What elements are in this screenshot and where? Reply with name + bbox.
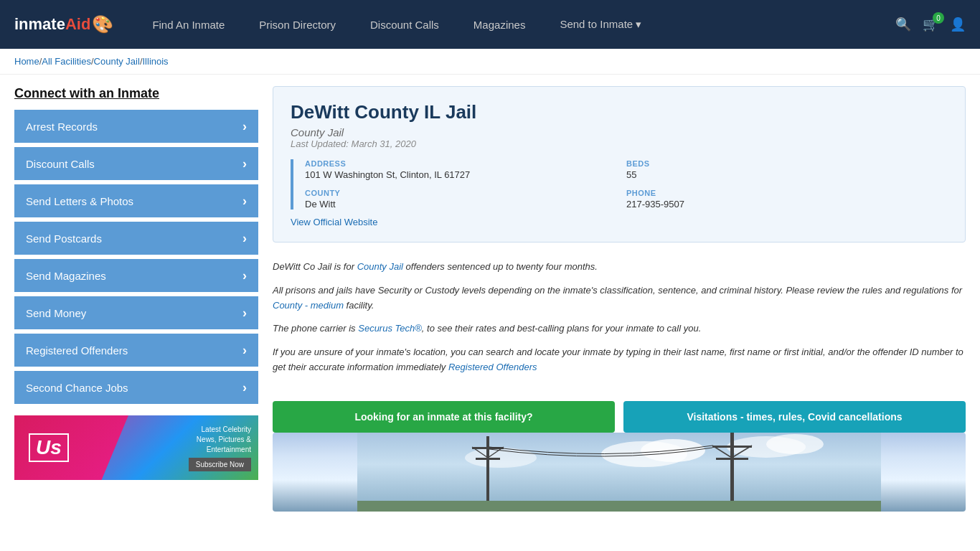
looking-for-inmate-button[interactable]: Looking for an inmate at this facility?: [273, 401, 615, 433]
county-medium-link[interactable]: County - medium: [273, 300, 344, 311]
svg-rect-16: [357, 501, 881, 512]
logo-icon: 🎨: [92, 14, 113, 34]
address-label: ADDRESS: [305, 159, 626, 168]
logo-aid: Aid: [65, 15, 90, 34]
ad-banner[interactable]: Us Latest CelebrityNews, Pictures &Enter…: [14, 415, 258, 480]
svg-rect-11: [730, 433, 734, 512]
facility-image: [273, 433, 966, 512]
sidebar-second-chance-jobs[interactable]: Second Chance Jobs ›: [14, 371, 258, 404]
header: inmate Aid 🎨 Find An Inmate Prison Direc…: [0, 0, 980, 49]
breadcrumb-county-jail[interactable]: County Jail: [94, 56, 140, 67]
sidebar-arrow-3: ›: [242, 231, 247, 246]
visitations-button[interactable]: Visitations - times, rules, Covid cancel…: [623, 401, 966, 433]
description-p4: If you are unsure of your inmate's locat…: [273, 345, 966, 375]
sidebar-send-letters[interactable]: Send Letters & Photos ›: [14, 184, 258, 217]
us-logo: Us: [29, 433, 69, 462]
sidebar-send-money-label: Send Money: [26, 307, 86, 319]
sidebar-send-postcards[interactable]: Send Postcards ›: [14, 222, 258, 255]
sidebar-second-chance-jobs-label: Second Chance Jobs: [26, 382, 128, 394]
svg-point-4: [766, 434, 824, 454]
nav-prison-directory[interactable]: Prison Directory: [242, 0, 353, 49]
phone-group: PHONE 217-935-9507: [626, 189, 948, 209]
main-nav: Find An Inmate Prison Directory Discount…: [135, 0, 895, 49]
main-container: Connect with an Inmate Arrest Records › …: [0, 75, 980, 523]
sidebar-arrest-records-label: Arrest Records: [26, 121, 98, 133]
sidebar-arrow-2: ›: [242, 194, 247, 209]
description-p3: The phone carrier is Securus Tech®, to s…: [273, 321, 966, 336]
facility-description: DeWitt Co Jail is for County Jail offend…: [273, 254, 966, 390]
breadcrumb-bar: Home / All Facilities / County Jail / Il…: [0, 49, 980, 75]
nav-find-an-inmate[interactable]: Find An Inmate: [135, 0, 242, 49]
sidebar-title: Connect with an Inmate: [14, 86, 258, 101]
svg-rect-6: [486, 436, 489, 501]
sidebar-arrow-0: ›: [242, 119, 247, 134]
county-jail-link[interactable]: County Jail: [357, 261, 403, 272]
sidebar-arrow-1: ›: [242, 156, 247, 171]
user-icon[interactable]: 👤: [950, 17, 966, 32]
sidebar-send-letters-label: Send Letters & Photos: [26, 195, 133, 207]
sidebar-arrow-6: ›: [242, 343, 247, 358]
beds-group: BEDS 55: [626, 159, 948, 180]
nav-magazines[interactable]: Magazines: [456, 0, 543, 49]
breadcrumb: Home / All Facilities / County Jail / Il…: [14, 56, 966, 67]
sidebar-arrow-4: ›: [242, 268, 247, 283]
address-value: 101 W Washington St, Clinton, IL 61727: [305, 169, 626, 180]
beds-value: 55: [626, 169, 948, 180]
sidebar-arrest-records[interactable]: Arrest Records ›: [14, 110, 258, 143]
action-buttons: Looking for an inmate at this facility? …: [273, 401, 966, 433]
sidebar: Connect with an Inmate Arrest Records › …: [14, 86, 258, 512]
county-group: COUNTY De Witt: [305, 189, 626, 209]
cart-icon[interactable]: 🛒 0: [923, 17, 938, 32]
ad-text: Latest CelebrityNews, Pictures &Entertai…: [189, 425, 251, 471]
facility-type: County Jail: [291, 126, 948, 138]
phone-label: PHONE: [626, 189, 948, 197]
beds-label: BEDS: [626, 159, 948, 168]
description-p2: All prisons and jails have Security or C…: [273, 283, 966, 314]
sidebar-arrow-7: ›: [242, 380, 247, 395]
sidebar-send-magazines-label: Send Magazines: [26, 270, 106, 282]
breadcrumb-home[interactable]: Home: [14, 56, 39, 67]
logo[interactable]: inmate Aid 🎨: [14, 14, 113, 34]
ad-headline: Latest CelebrityNews, Pictures &Entertai…: [189, 425, 251, 455]
county-value: De Witt: [305, 199, 626, 209]
main-content: DeWitt County IL Jail County Jail Last U…: [273, 86, 966, 512]
official-website-link[interactable]: View Official Website: [291, 217, 377, 227]
registered-offenders-link[interactable]: Registered Offenders: [448, 362, 537, 372]
facility-card: DeWitt County IL Jail County Jail Last U…: [273, 86, 966, 242]
svg-rect-8: [476, 458, 500, 460]
sidebar-registered-offenders[interactable]: Registered Offenders ›: [14, 334, 258, 367]
county-label: COUNTY: [305, 189, 626, 197]
cart-badge: 0: [933, 12, 944, 24]
logo-text: inmate: [14, 15, 65, 34]
sidebar-registered-offenders-label: Registered Offenders: [26, 344, 128, 357]
securus-link[interactable]: Securus Tech®: [358, 323, 422, 334]
facility-name: DeWitt County IL Jail: [291, 101, 948, 123]
nav-discount-calls[interactable]: Discount Calls: [353, 0, 456, 49]
facility-details: ADDRESS 101 W Washington St, Clinton, IL…: [291, 159, 948, 209]
sidebar-discount-calls-label: Discount Calls: [26, 158, 95, 170]
sidebar-discount-calls[interactable]: Discount Calls ›: [14, 147, 258, 180]
nav-send-to-inmate[interactable]: Send to Inmate ▾: [542, 0, 659, 49]
breadcrumb-illinois[interactable]: Illinois: [143, 56, 169, 67]
nav-icons: 🔍 🛒 0 👤: [895, 17, 966, 32]
sidebar-send-magazines[interactable]: Send Magazines ›: [14, 259, 258, 292]
address-group: ADDRESS 101 W Washington St, Clinton, IL…: [305, 159, 626, 180]
ad-pink-section: Us: [14, 415, 149, 480]
search-icon[interactable]: 🔍: [895, 17, 911, 32]
facility-image-svg: [273, 433, 966, 512]
breadcrumb-all-facilities[interactable]: All Facilities: [42, 56, 91, 67]
ad-subscribe-button[interactable]: Subscribe Now: [189, 458, 251, 471]
facility-updated: Last Updated: March 31, 2020: [291, 138, 948, 149]
description-p1: DeWitt Co Jail is for County Jail offend…: [273, 260, 966, 275]
sidebar-arrow-5: ›: [242, 306, 247, 321]
svg-rect-12: [712, 446, 752, 448]
sidebar-send-money[interactable]: Send Money ›: [14, 296, 258, 329]
phone-value: 217-935-9507: [626, 199, 948, 209]
sidebar-send-postcards-label: Send Postcards: [26, 232, 102, 245]
